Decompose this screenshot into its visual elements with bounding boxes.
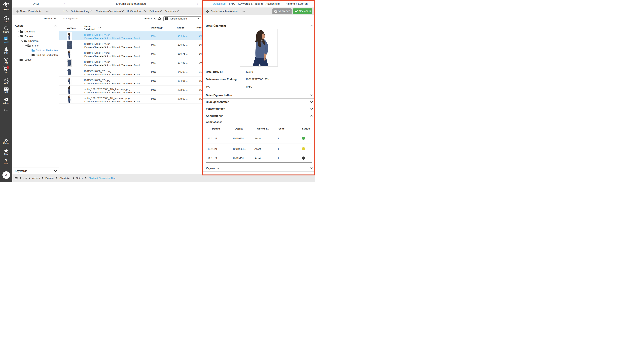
svg-text:P: P <box>6 48 6 49</box>
svg-text:2: 2 <box>7 66 8 68</box>
